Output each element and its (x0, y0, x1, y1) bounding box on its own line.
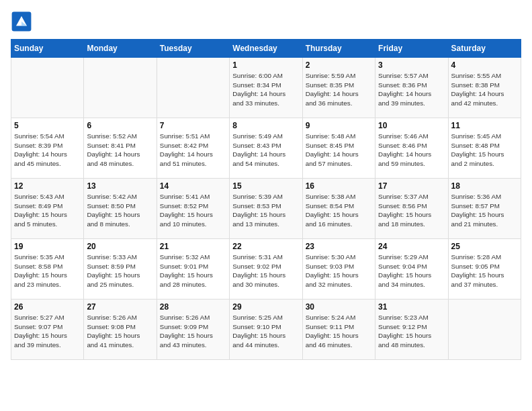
calendar-week-row: 1Sunrise: 6:00 AM Sunset: 8:34 PM Daylig… (11, 58, 521, 118)
day-number: 23 (306, 242, 372, 251)
day-number: 25 (451, 242, 518, 251)
calendar-cell: 27Sunrise: 5:26 AM Sunset: 9:08 PM Dayli… (84, 300, 157, 360)
day-number: 31 (378, 302, 445, 312)
calendar-cell: 24Sunrise: 5:29 AM Sunset: 9:04 PM Dayli… (375, 239, 448, 300)
day-number: 12 (14, 181, 81, 191)
day-info: Sunrise: 5:52 AM Sunset: 8:41 PM Dayligh… (87, 132, 153, 169)
day-of-week-header: Tuesday (157, 40, 229, 58)
day-info: Sunrise: 5:59 AM Sunset: 8:35 PM Dayligh… (306, 71, 372, 108)
day-number: 11 (451, 121, 518, 130)
calendar-cell: 29Sunrise: 5:25 AM Sunset: 9:10 PM Dayli… (230, 300, 302, 360)
day-info: Sunrise: 5:33 AM Sunset: 8:59 PM Dayligh… (87, 253, 153, 289)
day-info: Sunrise: 5:39 AM Sunset: 8:53 PM Dayligh… (232, 192, 299, 229)
day-info: Sunrise: 5:51 AM Sunset: 8:42 PM Dayligh… (160, 132, 226, 169)
day-info: Sunrise: 5:49 AM Sunset: 8:43 PM Dayligh… (232, 132, 299, 169)
day-number: 26 (14, 302, 81, 312)
day-number: 6 (87, 121, 153, 130)
day-info: Sunrise: 5:55 AM Sunset: 8:38 PM Dayligh… (451, 71, 518, 108)
calendar-cell: 8Sunrise: 5:49 AM Sunset: 8:43 PM Daylig… (230, 118, 302, 179)
calendar-cell: 5Sunrise: 5:54 AM Sunset: 8:39 PM Daylig… (11, 118, 84, 179)
day-number: 14 (160, 181, 226, 191)
day-number: 9 (306, 121, 372, 130)
calendar-cell: 23Sunrise: 5:30 AM Sunset: 9:03 PM Dayli… (302, 239, 375, 300)
day-number: 27 (87, 302, 153, 312)
day-number: 18 (451, 181, 518, 191)
calendar-cell: 6Sunrise: 5:52 AM Sunset: 8:41 PM Daylig… (84, 118, 157, 179)
day-number: 4 (451, 60, 518, 70)
day-of-week-header: Monday (84, 40, 157, 58)
day-info: Sunrise: 5:41 AM Sunset: 8:52 PM Dayligh… (160, 192, 226, 229)
day-number: 8 (232, 121, 299, 130)
day-number: 1 (232, 60, 299, 70)
logo (11, 11, 35, 32)
calendar-cell (84, 58, 157, 118)
calendar-cell: 28Sunrise: 5:26 AM Sunset: 9:09 PM Dayli… (157, 300, 229, 360)
day-number: 30 (306, 302, 372, 312)
day-info: Sunrise: 5:26 AM Sunset: 9:09 PM Dayligh… (160, 313, 226, 350)
day-info: Sunrise: 5:46 AM Sunset: 8:46 PM Dayligh… (378, 132, 445, 169)
calendar-cell: 20Sunrise: 5:33 AM Sunset: 8:59 PM Dayli… (84, 239, 157, 300)
day-info: Sunrise: 5:28 AM Sunset: 9:05 PM Dayligh… (451, 253, 518, 289)
day-info: Sunrise: 5:31 AM Sunset: 9:02 PM Dayligh… (232, 253, 299, 289)
calendar-cell: 16Sunrise: 5:38 AM Sunset: 8:54 PM Dayli… (302, 179, 375, 239)
day-of-week-header: Thursday (302, 40, 375, 58)
day-info: Sunrise: 5:54 AM Sunset: 8:39 PM Dayligh… (14, 132, 81, 169)
day-info: Sunrise: 5:45 AM Sunset: 8:48 PM Dayligh… (451, 132, 518, 169)
day-number: 10 (378, 121, 445, 130)
calendar-cell: 15Sunrise: 5:39 AM Sunset: 8:53 PM Dayli… (230, 179, 302, 239)
day-info: Sunrise: 6:00 AM Sunset: 8:34 PM Dayligh… (232, 71, 299, 108)
day-info: Sunrise: 5:48 AM Sunset: 8:45 PM Dayligh… (306, 132, 372, 169)
day-info: Sunrise: 5:27 AM Sunset: 9:07 PM Dayligh… (14, 313, 81, 350)
calendar-cell: 7Sunrise: 5:51 AM Sunset: 8:42 PM Daylig… (157, 118, 229, 179)
day-info: Sunrise: 5:57 AM Sunset: 8:36 PM Dayligh… (378, 71, 445, 108)
calendar-cell: 14Sunrise: 5:41 AM Sunset: 8:52 PM Dayli… (157, 179, 229, 239)
day-number: 28 (160, 302, 226, 312)
day-info: Sunrise: 5:43 AM Sunset: 8:49 PM Dayligh… (14, 192, 81, 229)
calendar-cell: 1Sunrise: 6:00 AM Sunset: 8:34 PM Daylig… (230, 58, 302, 118)
calendar-cell: 26Sunrise: 5:27 AM Sunset: 9:07 PM Dayli… (11, 300, 84, 360)
calendar-week-row: 26Sunrise: 5:27 AM Sunset: 9:07 PM Dayli… (11, 300, 521, 360)
calendar-cell: 9Sunrise: 5:48 AM Sunset: 8:45 PM Daylig… (302, 118, 375, 179)
day-info: Sunrise: 5:36 AM Sunset: 8:57 PM Dayligh… (451, 192, 518, 229)
calendar-cell (448, 300, 521, 360)
day-number: 29 (232, 302, 299, 312)
day-number: 17 (378, 181, 445, 191)
day-info: Sunrise: 5:30 AM Sunset: 9:03 PM Dayligh… (306, 253, 372, 289)
calendar-cell: 30Sunrise: 5:24 AM Sunset: 9:11 PM Dayli… (302, 300, 375, 360)
calendar-cell: 19Sunrise: 5:35 AM Sunset: 8:58 PM Dayli… (11, 239, 84, 300)
day-info: Sunrise: 5:32 AM Sunset: 9:01 PM Dayligh… (160, 253, 226, 289)
day-number: 20 (87, 242, 153, 251)
day-of-week-header: Wednesday (230, 40, 302, 58)
calendar-week-row: 19Sunrise: 5:35 AM Sunset: 8:58 PM Dayli… (11, 239, 521, 300)
calendar-cell (11, 58, 84, 118)
day-number: 3 (378, 60, 445, 70)
calendar-week-row: 12Sunrise: 5:43 AM Sunset: 8:49 PM Dayli… (11, 179, 521, 239)
day-number: 22 (232, 242, 299, 251)
day-of-week-header: Friday (375, 40, 448, 58)
day-number: 16 (306, 181, 372, 191)
day-info: Sunrise: 5:35 AM Sunset: 8:58 PM Dayligh… (14, 253, 81, 289)
day-number: 5 (14, 121, 81, 130)
day-info: Sunrise: 5:29 AM Sunset: 9:04 PM Dayligh… (378, 253, 445, 289)
day-number: 13 (87, 181, 153, 191)
calendar-cell: 4Sunrise: 5:55 AM Sunset: 8:38 PM Daylig… (448, 58, 521, 118)
calendar-cell: 25Sunrise: 5:28 AM Sunset: 9:05 PM Dayli… (448, 239, 521, 300)
day-of-week-header: Saturday (448, 40, 521, 58)
calendar-cell: 10Sunrise: 5:46 AM Sunset: 8:46 PM Dayli… (375, 118, 448, 179)
day-of-week-header: Sunday (11, 40, 84, 58)
calendar-cell: 12Sunrise: 5:43 AM Sunset: 8:49 PM Dayli… (11, 179, 84, 239)
day-info: Sunrise: 5:25 AM Sunset: 9:10 PM Dayligh… (232, 313, 299, 350)
calendar-cell: 31Sunrise: 5:23 AM Sunset: 9:12 PM Dayli… (375, 300, 448, 360)
calendar-header-row: SundayMondayTuesdayWednesdayThursdayFrid… (11, 40, 521, 58)
calendar-cell (157, 58, 229, 118)
day-number: 2 (306, 60, 372, 70)
calendar-cell: 13Sunrise: 5:42 AM Sunset: 8:50 PM Dayli… (84, 179, 157, 239)
day-number: 7 (160, 121, 226, 130)
day-info: Sunrise: 5:42 AM Sunset: 8:50 PM Dayligh… (87, 192, 153, 229)
calendar-cell: 11Sunrise: 5:45 AM Sunset: 8:48 PM Dayli… (448, 118, 521, 179)
day-number: 19 (14, 242, 81, 251)
day-info: Sunrise: 5:23 AM Sunset: 9:12 PM Dayligh… (378, 313, 445, 350)
calendar-week-row: 5Sunrise: 5:54 AM Sunset: 8:39 PM Daylig… (11, 118, 521, 179)
day-info: Sunrise: 5:26 AM Sunset: 9:08 PM Dayligh… (87, 313, 153, 350)
calendar-cell: 18Sunrise: 5:36 AM Sunset: 8:57 PM Dayli… (448, 179, 521, 239)
